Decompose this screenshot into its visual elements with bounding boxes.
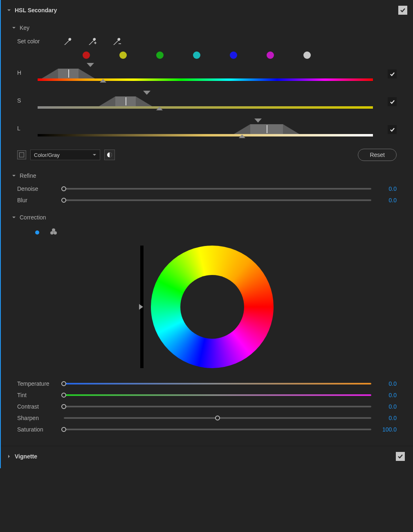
saturation-label: Saturation	[17, 426, 58, 433]
correction-title: Correction	[20, 214, 46, 221]
hue-label: H	[17, 69, 29, 81]
panel-title: HSL Secondary	[15, 7, 57, 13]
chevron-down-icon	[7, 8, 11, 13]
temperature-slider[interactable]	[64, 383, 371, 384]
vignette-enable-checkbox[interactable]	[396, 452, 405, 461]
sharpen-value[interactable]: 0.0	[377, 415, 397, 421]
chevron-right-icon	[7, 454, 11, 459]
vignette-header[interactable]: Vignette	[1, 446, 413, 468]
swatch-blue[interactable]	[230, 51, 237, 59]
saturation-label: S	[17, 97, 29, 109]
reset-button[interactable]: Reset	[358, 149, 397, 161]
lightness-range-slider[interactable]	[38, 118, 373, 136]
denoise-label: Denoise	[17, 186, 58, 192]
chevron-down-icon	[11, 173, 16, 178]
preset-swatches	[1, 51, 413, 63]
saturation-range-slider[interactable]	[38, 91, 373, 109]
denoise-value[interactable]: 0.0	[377, 186, 397, 192]
dropdown-value: Color/Gray	[34, 152, 60, 158]
key-header[interactable]: Key	[1, 20, 413, 35]
eyedropper-set-icon[interactable]	[63, 37, 72, 46]
blur-slider[interactable]	[64, 199, 371, 201]
hue-range-slider[interactable]	[38, 63, 373, 81]
chevron-down-icon	[92, 152, 97, 158]
mask-display-dropdown[interactable]: Color/Gray	[30, 150, 100, 160]
swatch-cyan[interactable]	[193, 51, 200, 59]
hsl-secondary-header[interactable]: HSL Secondary	[1, 0, 413, 20]
saturation-enable-checkbox[interactable]	[388, 97, 397, 106]
denoise-slider[interactable]	[64, 188, 371, 190]
temperature-label: Temperature	[17, 380, 58, 387]
three-way-mode-icon[interactable]	[50, 228, 57, 237]
blur-value[interactable]: 0.0	[377, 197, 397, 203]
set-color-label: Set color	[17, 38, 40, 45]
svg-point-3	[54, 231, 57, 235]
show-mask-checkbox[interactable]	[17, 150, 26, 159]
key-title: Key	[20, 25, 29, 31]
hue-enable-checkbox[interactable]	[388, 69, 397, 78]
contrast-label: Contrast	[17, 403, 58, 410]
tint-value[interactable]: 0.0	[377, 392, 397, 398]
panel-enable-checkbox[interactable]	[398, 6, 407, 15]
chevron-down-icon	[11, 215, 16, 220]
swatch-red[interactable]	[83, 51, 90, 59]
eyedropper-add-icon[interactable]	[88, 37, 97, 46]
tint-label: Tint	[17, 392, 58, 398]
swatch-white[interactable]	[303, 51, 311, 59]
contrast-value[interactable]: 0.0	[377, 403, 397, 410]
luma-handle-icon[interactable]	[139, 304, 143, 310]
vignette-title: Vignette	[15, 453, 37, 460]
contrast-slider[interactable]	[64, 406, 371, 407]
tint-slider[interactable]	[64, 394, 371, 396]
chevron-down-icon	[11, 25, 16, 30]
swatch-magenta[interactable]	[267, 51, 274, 59]
invert-mask-button[interactable]	[104, 150, 115, 160]
lightness-enable-checkbox[interactable]	[388, 125, 397, 134]
swatch-green[interactable]	[156, 51, 164, 59]
svg-point-1	[52, 228, 55, 232]
swatch-yellow[interactable]	[119, 51, 127, 59]
sharpen-label: Sharpen	[17, 415, 58, 421]
wheel-mode-icon[interactable]	[35, 230, 39, 235]
refine-title: Refine	[20, 172, 36, 179]
lightness-label: L	[17, 125, 29, 136]
saturation-value[interactable]: 100.0	[377, 426, 397, 433]
sharpen-slider[interactable]	[64, 417, 371, 419]
svg-point-2	[50, 231, 54, 235]
blur-label: Blur	[17, 197, 58, 203]
color-wheel[interactable]	[151, 246, 274, 368]
temperature-value[interactable]: 0.0	[377, 380, 397, 387]
correction-header[interactable]: Correction	[1, 210, 413, 225]
eyedropper-subtract-icon[interactable]	[112, 37, 121, 46]
saturation-slider[interactable]	[64, 429, 371, 430]
refine-header[interactable]: Refine	[1, 168, 413, 183]
luma-slider[interactable]	[140, 246, 144, 368]
